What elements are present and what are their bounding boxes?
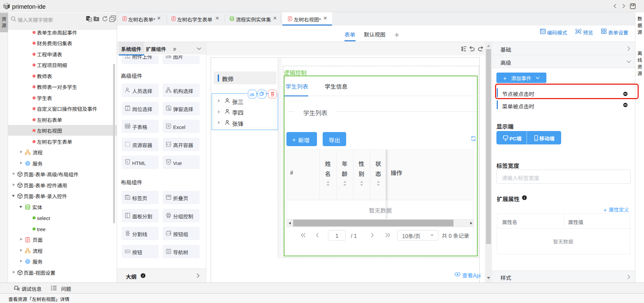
svg-text:i: i [143,274,144,277]
svg-text:in: in [87,17,89,19]
svg-text:i: i [524,196,525,200]
